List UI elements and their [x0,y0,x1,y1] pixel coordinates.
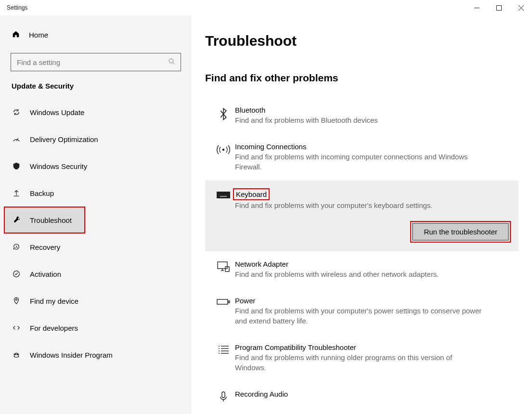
sidebar-item-windows-security[interactable]: Windows Security [0,153,192,180]
highlighted-action: Run the troubleshooter [410,221,511,243]
microphone-icon [212,390,235,403]
ts-title: Power [235,297,512,305]
ts-item-power[interactable]: Power Find and fix problems with your co… [205,288,519,335]
ts-item-incoming-connections[interactable]: Incoming Connections Find and fix proble… [205,134,519,181]
check-circle-icon [12,270,21,278]
sidebar-item-label: For developers [30,324,78,332]
page-title: Troubleshoot [205,33,519,49]
location-icon [12,297,21,305]
svg-line-5 [173,62,175,64]
ts-desc: Find and fix problems with running older… [235,352,485,373]
ts-desc: Find and fix problems with your computer… [235,306,485,326]
history-icon [12,243,21,251]
sidebar-item-label: Troubleshoot [30,216,72,224]
highlighted-title: Keyboard [233,188,270,200]
svg-rect-40 [228,301,230,303]
ts-item-network-adapter[interactable]: Network Adapter Find and fix problems wi… [205,251,519,288]
shield-icon [12,162,21,170]
svg-line-10 [16,247,18,248]
svg-point-12 [15,299,17,301]
search-box[interactable] [11,53,181,71]
sidebar-item-windows-update[interactable]: Windows Update [0,99,192,126]
ts-desc: Find and fix problems with your computer… [235,200,485,210]
sidebar-item-for-developers[interactable]: For developers [0,314,192,341]
wrench-icon [13,215,21,225]
monitor-icon [212,260,235,279]
ts-item-keyboard[interactable]: Keyboard Find and fix problems with your… [205,181,519,251]
sidebar-item-label: Windows Security [30,162,87,170]
window-title: Settings [7,4,27,11]
sidebar-item-backup[interactable]: Backup [0,180,192,207]
svg-rect-1 [496,5,501,10]
ts-title: Keyboard [236,190,267,198]
list-icon [212,343,235,373]
svg-point-20 [223,149,224,151]
sidebar-item-find-my-device[interactable]: Find my device [0,287,192,314]
close-button[interactable] [510,0,532,15]
bug-icon [12,350,21,359]
sidebar-item-label: Find my device [30,297,78,305]
keyboard-icon [212,189,235,210]
svg-rect-21 [217,192,230,198]
svg-rect-35 [218,262,227,269]
battery-icon [212,297,235,326]
sidebar-item-label: Windows Insider Program [30,351,113,359]
sidebar-item-label: Windows Update [30,108,84,116]
sidebar-item-windows-insider[interactable]: Windows Insider Program [0,341,192,368]
search-input[interactable] [16,58,168,67]
minimize-button[interactable] [466,0,488,15]
troubleshooter-list: Bluetooth Find and fix problems with Blu… [205,97,519,412]
nav-list: Windows Update Delivery Optimization Win… [0,99,192,368]
category-title: Update & Security [0,80,192,99]
sidebar-item-label: Delivery Optimization [30,135,98,143]
ts-item-recording-audio[interactable]: Recording Audio [205,381,519,412]
ts-title: Recording Audio [235,390,512,398]
sidebar: Home Update & Security Windows Update [0,15,192,414]
ts-title: Incoming Connections [235,142,512,151]
sidebar-item-delivery-optimization[interactable]: Delivery Optimization [0,126,192,153]
code-icon [12,323,21,332]
home-label: Home [29,31,48,39]
main-content: Troubleshoot Find and fix other problems… [192,15,532,414]
ts-item-bluetooth[interactable]: Bluetooth Find and fix problems with Blu… [205,97,519,134]
sidebar-item-label: Recovery [30,243,60,251]
gauge-icon [12,135,21,143]
maximize-button[interactable] [488,0,510,15]
bluetooth-icon [212,106,235,125]
antenna-icon [212,142,235,172]
home-link[interactable]: Home [0,24,192,45]
svg-point-13 [14,353,19,357]
sidebar-item-recovery[interactable]: Recovery [0,233,192,260]
section-title: Find and fix other problems [205,72,519,84]
ts-title: Bluetooth [235,106,512,114]
ts-title: Program Compatibility Troubleshooter [235,343,512,351]
sync-icon [12,108,21,116]
svg-point-4 [169,59,173,63]
sidebar-item-label: Backup [30,189,54,197]
ts-item-compatibility[interactable]: Program Compatibility Troubleshooter Fin… [205,335,519,381]
ts-title: Network Adapter [235,260,512,268]
ts-desc: Find and fix problems with incoming comp… [235,152,485,172]
sidebar-item-activation[interactable]: Activation [0,260,192,287]
upload-icon [12,189,21,197]
svg-point-15 [17,354,18,355]
search-icon [168,58,176,67]
sidebar-item-troubleshoot[interactable]: Troubleshoot [4,207,85,233]
title-bar: Settings [0,0,532,15]
ts-desc: Find and fix problems with Bluetooth dev… [235,115,485,125]
svg-rect-39 [217,299,228,304]
home-icon [12,30,20,40]
svg-point-14 [15,354,16,355]
run-troubleshooter-button[interactable]: Run the troubleshooter [412,223,509,241]
svg-rect-49 [222,392,225,398]
sidebar-item-label: Activation [30,270,61,278]
ts-desc: Find and fix problems with wireless and … [235,269,485,279]
